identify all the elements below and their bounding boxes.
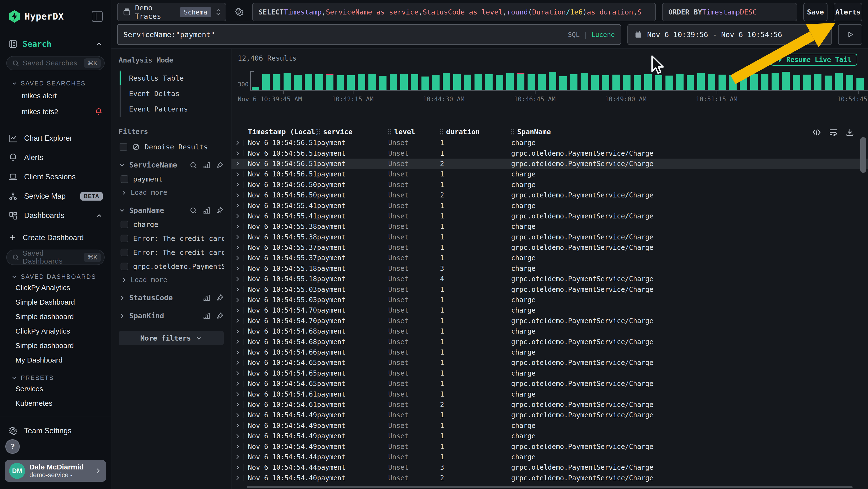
histogram-bar[interactable]: [613, 75, 620, 90]
checkbox[interactable]: [120, 143, 127, 151]
histogram-bar[interactable]: [474, 74, 482, 90]
histogram-bar[interactable]: [655, 75, 662, 90]
expand-row-icon[interactable]: [235, 255, 241, 261]
histogram-bar[interactable]: [633, 75, 641, 90]
table-row[interactable]: Nov 6 10:54:55.189 AM payment Unset 4 gr…: [231, 274, 868, 284]
checkbox[interactable]: [121, 221, 128, 228]
table-row[interactable]: Nov 6 10:54:54.659 AM payment Unset 1 gr…: [231, 357, 868, 368]
saved-dashboard-item[interactable]: ClickPy Analytics: [0, 324, 111, 338]
expand-row-icon[interactable]: [235, 391, 241, 397]
expand-row-icon[interactable]: [235, 412, 241, 418]
pin-icon[interactable]: [216, 312, 224, 320]
table-row[interactable]: Nov 6 10:54:56.506 AM payment Unset 2 gr…: [231, 190, 868, 200]
table-row[interactable]: Nov 6 10:54:54.688 AM payment Unset 1 ch…: [231, 326, 868, 337]
bar-chart-icon[interactable]: [203, 206, 211, 214]
source-settings-button[interactable]: [232, 3, 246, 21]
results-histogram[interactable]: 300 Nov 6 10:39:45 AM10:42:15 AM10:44:30…: [238, 65, 868, 115]
expand-row-icon[interactable]: [235, 181, 241, 188]
histogram-bar[interactable]: [358, 74, 365, 90]
expand-row-icon[interactable]: [235, 286, 241, 292]
filter-option[interactable]: Error: The credit card …: [121, 248, 224, 257]
table-row[interactable]: Nov 6 10:54:55.385 AM payment Unset 1 gr…: [231, 232, 868, 242]
saved-dashboard-item[interactable]: Simple dashboard: [0, 339, 111, 353]
table-row[interactable]: Nov 6 10:54:54.660 AM payment Unset 1 ch…: [231, 347, 868, 357]
filter-group-header[interactable]: StatusCode: [119, 293, 224, 302]
expand-row-icon[interactable]: [235, 297, 241, 303]
order-by-editor[interactable]: ORDER BY Timestamp DESC: [662, 3, 797, 21]
histogram-bar[interactable]: [846, 75, 853, 90]
table-row[interactable]: Nov 6 10:54:54.611 AM payment Unset 1 ch…: [231, 389, 868, 399]
app-logo[interactable]: HyperDX: [8, 10, 92, 23]
checkbox[interactable]: [121, 263, 128, 270]
expand-row-icon[interactable]: [235, 244, 241, 251]
load-more-button[interactable]: Load more: [121, 189, 224, 197]
expand-row-icon[interactable]: [235, 381, 241, 387]
drag-handle-icon[interactable]: [440, 129, 443, 135]
column-header-duration[interactable]: duration: [440, 128, 511, 136]
expand-row-icon[interactable]: [235, 265, 241, 271]
sidebar-item-search[interactable]: Search: [0, 39, 111, 49]
table-row[interactable]: Nov 6 10:54:54.497 AM payment Unset 1 gr…: [231, 410, 868, 420]
table-row[interactable]: Nov 6 10:54:54.408 AM payment Unset 2 gr…: [231, 473, 868, 483]
time-range-picker[interactable]: Nov 6 10:39:56 - Nov 6 10:54:56: [627, 24, 832, 45]
chevron-up-icon[interactable]: [95, 212, 103, 219]
histogram-bar[interactable]: [252, 87, 259, 90]
histogram-bar[interactable]: [623, 75, 630, 90]
histogram-bar[interactable]: [294, 75, 302, 90]
table-row[interactable]: Nov 6 10:54:56.510 AM payment Unset 1 ch…: [231, 169, 868, 179]
vertical-scrollbar[interactable]: [860, 137, 866, 173]
analysis-mode-tab[interactable]: Results Table: [121, 70, 224, 86]
expand-row-icon[interactable]: [235, 328, 241, 335]
alerts-button[interactable]: Alerts: [834, 3, 862, 21]
expand-row-icon[interactable]: [235, 443, 241, 450]
create-dashboard-button[interactable]: Create Dashboard: [0, 230, 111, 246]
histogram-bar[interactable]: [464, 75, 471, 90]
search-icon[interactable]: [189, 207, 197, 214]
expand-row-icon[interactable]: [235, 161, 241, 167]
sidebar-item-service-map[interactable]: Service Map BETA: [0, 188, 111, 205]
table-row[interactable]: Nov 6 10:54:54.654 AM payment Unset 1 gr…: [231, 378, 868, 389]
checkbox[interactable]: [121, 235, 128, 242]
expand-row-icon[interactable]: [235, 454, 241, 460]
resume-live-tail-button[interactable]: Resume Live Tail: [771, 54, 858, 66]
table-row[interactable]: Nov 6 10:54:54.497 AM payment Unset 1 ch…: [231, 421, 868, 431]
saved-search-item[interactable]: mikes alert: [0, 89, 111, 103]
presets-section[interactable]: PRESETS: [11, 374, 111, 381]
table-row[interactable]: Nov 6 10:54:54.448 AM payment Unset 1 ch…: [231, 452, 868, 462]
histogram-bar[interactable]: [390, 74, 397, 90]
histogram-bar[interactable]: [570, 74, 578, 90]
more-filters-button[interactable]: More filters: [119, 331, 224, 345]
sidebar-item-client-sessions[interactable]: Client Sessions: [0, 169, 111, 185]
query-language-toggle[interactable]: SQL | Lucene: [568, 31, 615, 38]
histogram-bar[interactable]: [718, 75, 726, 90]
code-view-icon[interactable]: [812, 128, 821, 137]
horizontal-scrollbar[interactable]: [247, 486, 852, 488]
histogram-bar[interactable]: [644, 74, 652, 90]
sql-select-editor[interactable]: SELECT Timestamp, ServiceName as service…: [252, 3, 656, 21]
drag-handle-icon[interactable]: [388, 129, 391, 135]
filter-group-header[interactable]: SpanKind: [119, 312, 224, 320]
sidebar-item-dashboards[interactable]: Dashboards: [0, 207, 111, 224]
histogram-bar[interactable]: [559, 76, 567, 90]
histogram-bar[interactable]: [729, 75, 737, 90]
histogram-bar[interactable]: [782, 72, 789, 90]
expand-row-icon[interactable]: [235, 370, 241, 376]
filter-option[interactable]: grpc.oteldemo.PaymentSe…: [121, 262, 224, 270]
table-row[interactable]: Nov 6 10:54:54.687 AM payment Unset 1 gr…: [231, 337, 868, 347]
table-row[interactable]: Nov 6 10:54:54.610 AM payment Unset 2 gr…: [231, 399, 868, 410]
lang-lucene[interactable]: Lucene: [591, 31, 615, 38]
filter-group-header[interactable]: ServiceName: [119, 161, 224, 169]
table-row[interactable]: Nov 6 10:54:56.507 AM payment Unset 1 ch…: [231, 179, 868, 190]
bar-chart-icon[interactable]: [203, 161, 211, 169]
histogram-bar[interactable]: [432, 75, 439, 90]
checkbox[interactable]: [121, 175, 128, 183]
chevron-up-icon[interactable]: [95, 40, 103, 48]
sidebar-item-alerts[interactable]: Alerts: [0, 149, 111, 166]
saved-dashboard-item[interactable]: Simple dashboard: [0, 310, 111, 324]
download-icon[interactable]: [845, 128, 855, 137]
expand-row-icon[interactable]: [235, 140, 241, 146]
table-row[interactable]: Nov 6 10:54:56.510 AM payment Unset 2 gr…: [231, 159, 868, 169]
saved-dashboards-input[interactable]: Saved Dashboards ⌘K: [6, 250, 105, 265]
expand-row-icon[interactable]: [235, 307, 241, 314]
histogram-bar[interactable]: [676, 74, 684, 90]
